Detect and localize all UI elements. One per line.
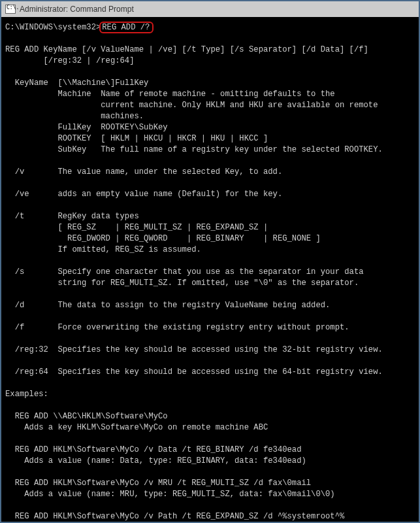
example-1b: Adds a key HKLM\Software\MyCo on remote … (5, 423, 268, 432)
usage-line2: [/reg:32 | /reg:64] (5, 56, 134, 65)
option-t3: REG_DWORD | REG_QWORD | REG_BINARY | REG… (5, 234, 321, 243)
cmd-icon: C:\. (5, 5, 16, 14)
keyname-header: KeyName [\\Machine\]FullKey (5, 78, 148, 88)
option-d: /d The data to assign to the registry Va… (5, 301, 330, 310)
keyname-machine2: current machine. Only HKLM and HKU are a… (5, 101, 378, 110)
usage-line1: REG ADD KeyName [/v ValueName | /ve] [/t… (5, 45, 368, 54)
example-3b: Adds a value (name: MRU, type: REG_MULTI… (5, 490, 335, 499)
option-t2: [ REG_SZ | REG_MULTI_SZ | REG_EXPAND_SZ … (5, 223, 268, 232)
terminal-output[interactable]: C:\WINDOWS\system32>REG ADD /? REG ADD K… (1, 17, 419, 522)
option-reg64: /reg:64 Specifies the key should be acce… (5, 367, 383, 377)
prompt-path: C:\WINDOWS\system32> (5, 23, 101, 32)
option-reg32: /reg:32 Specifies the key should be acce… (5, 345, 383, 354)
example-3a: REG ADD HKLM\Software\MyCo /v MRU /t REG… (5, 479, 311, 488)
keyname-subkey: SubKey The full name of a registry key u… (5, 145, 383, 154)
example-2a: REG ADD HKLM\Software\MyCo /v Data /t RE… (5, 445, 301, 454)
keyname-machine3: machines. (5, 112, 144, 121)
option-s2: string for REG_MULTI_SZ. If omitted, use… (5, 278, 359, 288)
keyname-fullkey: FullKey ROOTKEY\SubKey (5, 123, 168, 132)
window-title: Administrator: Command Prompt (20, 5, 134, 14)
option-f: /f Force overwriting the existing regist… (5, 323, 349, 332)
option-ve: /ve adds an empty value name (Default) f… (5, 190, 282, 199)
option-t1: /t RegKey data types (5, 212, 139, 221)
option-s1: /s Specify one character that you use as… (5, 267, 364, 277)
option-v: /v The value name, under the selected Ke… (5, 167, 282, 177)
examples-header: Examples: (5, 390, 48, 399)
prompt-line: C:\WINDOWS\system32>REG ADD /? (5, 23, 153, 32)
option-t4: If omitted, REG_SZ is assumed. (5, 245, 201, 254)
command-prompt-window: C:\. Administrator: Command Prompt C:\WI… (1, 1, 419, 522)
example-4a: REG ADD HKLM\Software\MyCo /v Path /t RE… (5, 512, 344, 521)
titlebar[interactable]: C:\. Administrator: Command Prompt (1, 1, 419, 17)
keyname-rootkey: ROOTKEY [ HKLM | HKCU | HKCR | HKU | HKC… (5, 134, 268, 143)
highlighted-command: REG ADD /? (99, 22, 153, 33)
example-2b: Adds a value (name: Data, type: REG_BINA… (5, 456, 306, 465)
example-1a: REG ADD \\ABC\HKLM\Software\MyCo (5, 412, 168, 421)
keyname-machine1: Machine Name of remote machine - omittin… (5, 90, 335, 99)
